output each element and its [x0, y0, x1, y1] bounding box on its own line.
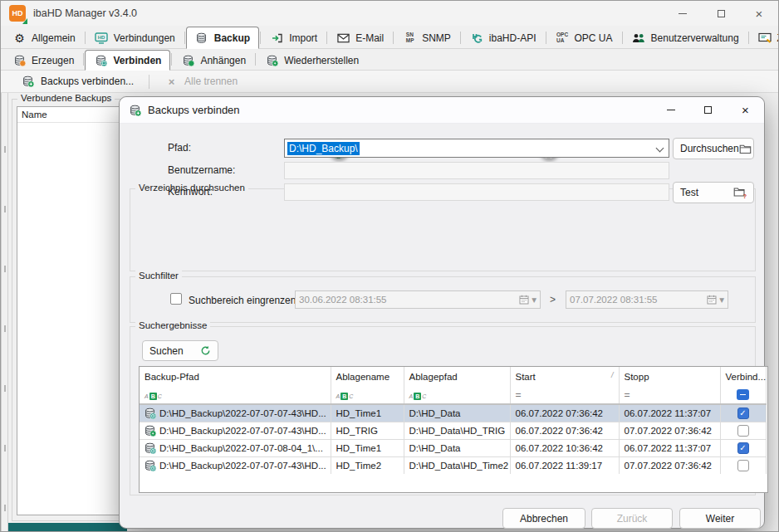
username-field[interactable] — [284, 162, 669, 179]
text-filter[interactable]: ABC — [140, 387, 331, 404]
tab-separator — [748, 32, 749, 44]
tab-erzeugen[interactable]: Erzeugen — [4, 51, 82, 70]
results-table-body: D:\HD_Backup\2022-07-07-07-43\HD... HD_T… — [140, 404, 766, 474]
chevron-down-icon[interactable] — [656, 144, 664, 153]
text-filter[interactable]: ABC — [331, 387, 404, 404]
tab-separator — [255, 53, 256, 66]
equals-filter[interactable]: = — [619, 387, 720, 404]
back-button[interactable]: Zurück — [591, 508, 673, 529]
search-filter-group: Suchfilter Suchbereich eingrenzen.: 30.0… — [130, 276, 756, 323]
connected-backups-list[interactable]: Name — [17, 106, 120, 515]
limit-range-checkbox[interactable] — [170, 293, 182, 305]
password-label: Kennwort: — [168, 186, 213, 198]
tab-separator — [546, 32, 546, 44]
table-filter-row: ABCABCABC== — [140, 387, 766, 404]
tab-wiederherstellen[interactable]: Wiederherstellen — [257, 51, 367, 70]
dialog-title: Backups verbinden — [148, 104, 240, 116]
tab-import[interactable]: Import — [262, 27, 326, 48]
database-clock-icon — [145, 460, 156, 471]
test-button[interactable]: Test ? — [673, 182, 754, 203]
calendar-icon — [707, 295, 717, 305]
dialog-minimize-button[interactable] — [652, 97, 689, 123]
name-column-header[interactable]: Name — [17, 107, 120, 123]
date-to-field[interactable]: 07.07.2022 08:31:55 ▾ — [566, 290, 728, 309]
minimize-button[interactable] — [664, 1, 702, 26]
sub-tab-bar: ErzeugenVerbindenAnhängenWiederherstelle… — [1, 49, 778, 71]
tab-opc-ua[interactable]: OPCUAOPC UA — [547, 27, 621, 48]
search-button[interactable]: Suchen — [142, 340, 218, 361]
tab-anhängen[interactable]: Anhängen — [173, 51, 254, 70]
browse-button[interactable]: Durchsuchen — [673, 138, 754, 159]
tab-snmp[interactable]: SNMPSNMP — [394, 27, 459, 48]
database-clock-icon — [145, 408, 156, 419]
table-row[interactable]: D:\HD_Backup\2022-07-07-08-04_1\... HD_T… — [140, 439, 766, 456]
username-label: Benutzername: — [168, 164, 235, 176]
path-label: Pfad: — [168, 142, 191, 154]
toolbar-backups-verbinden[interactable]: Backups verbinden... — [12, 72, 142, 91]
tab-e-mail[interactable]: E-Mail — [328, 27, 392, 48]
table-row[interactable]: D:\HD_Backup\2022-07-07-07-43\HD... HD_T… — [140, 422, 766, 439]
table-row[interactable]: D:\HD_Backup\2022-07-07-07-43\HD... HD_T… — [140, 404, 766, 422]
column-header-ablagename[interactable]: Ablagename — [331, 367, 404, 387]
tab-separator — [171, 53, 172, 66]
password-field[interactable] — [284, 183, 669, 201]
check-filter[interactable] — [720, 387, 766, 404]
next-button[interactable]: Weiter — [679, 508, 761, 529]
refresh-icon — [200, 345, 211, 356]
abc-filter-icon: ABC — [145, 393, 162, 400]
database-plus-icon — [130, 105, 141, 116]
maximize-icon — [704, 106, 712, 114]
gear-icon: ⚙ — [12, 32, 27, 45]
table-row[interactable]: D:\HD_Backup\2022-07-07-07-43\HD... HD_T… — [140, 456, 766, 474]
database-sync-icon — [145, 425, 156, 437]
dialog-close-button[interactable]: × — [727, 97, 764, 123]
equals-filter-icon: = — [625, 389, 630, 401]
hd-monitor-icon: HD — [95, 32, 109, 45]
abc-filter-icon: ABC — [409, 393, 427, 400]
text-filter[interactable]: ABC — [404, 387, 510, 404]
connect-checkbox[interactable]: ✓ — [737, 408, 749, 419]
folder-icon — [739, 144, 752, 154]
email-icon — [336, 32, 350, 45]
users-icon — [632, 32, 646, 45]
tab-verbinden[interactable]: Verbinden — [85, 50, 170, 71]
column-header-backup-pfad[interactable]: Backup-Pfad — [140, 367, 331, 387]
tab-separator — [393, 32, 394, 44]
column-header-stopp[interactable]: Stopp — [619, 367, 720, 387]
dropdown-arrow-icon[interactable]: ▾ — [532, 294, 536, 305]
tab-verbindungen[interactable]: HDVerbindungen — [86, 27, 184, 48]
tab-ibahd-api[interactable]: ibaHD-API — [462, 27, 545, 48]
date-from-field[interactable]: 30.06.2022 08:31:55 ▾ — [295, 290, 541, 309]
column-header-verbind[interactable]: Verbind... — [720, 367, 766, 387]
tab-benutzerverwaltung[interactable]: Benutzerverwaltung — [624, 27, 747, 48]
certificate-icon — [758, 32, 772, 45]
close-button[interactable]: × — [740, 1, 778, 26]
dialog-maximize-button[interactable] — [689, 97, 727, 123]
column-header-start[interactable]: Start/ — [510, 367, 619, 387]
directory-group: Verzeichnis durchsuchen — [130, 188, 756, 271]
dropdown-arrow-icon[interactable]: ▾ — [719, 294, 724, 305]
toolbar-alle-trennen[interactable]: ×Alle trennen — [156, 72, 246, 91]
folder-question-icon: ? — [733, 187, 747, 198]
app-window: HD ibaHD Manager v3.4.0 × ⚙AllgemeinHDVe… — [0, 0, 779, 532]
main-tab-bar: ⚙AllgemeinHDVerbindungenBackupImportE-Ma… — [1, 26, 778, 49]
path-combobox[interactable]: D:\HD_Backup\ — [284, 139, 669, 158]
equals-filter[interactable]: = — [510, 387, 619, 404]
column-header-ablagepfad[interactable]: Ablagepfad — [404, 367, 510, 387]
maximize-button[interactable] — [702, 1, 740, 26]
table-header-row: Backup-PfadAblagenameAblagepfadStart/Sto… — [140, 367, 766, 387]
connect-checkbox[interactable] — [737, 460, 749, 471]
path-value: D:\HD_Backup\ — [287, 142, 360, 155]
minimize-icon — [679, 13, 687, 14]
connect-checkbox[interactable]: ✓ — [737, 442, 749, 454]
connect-checkbox[interactable] — [737, 425, 749, 437]
tab-allgemein[interactable]: ⚙Allgemein — [4, 27, 84, 48]
cancel-button[interactable]: Abbrechen — [502, 508, 585, 529]
tab-separator — [326, 32, 327, 44]
tab-backup[interactable]: Backup — [186, 27, 259, 49]
tab-zertifikate[interactable]: Zertifikate — [750, 27, 779, 48]
window-title: ibaHD Manager v3.4.0 — [33, 7, 137, 19]
connect-backups-dialog: Backups verbinden × Quelle Validierung V… — [119, 96, 765, 529]
tab-separator — [85, 32, 86, 44]
panel-splitter[interactable] — [1, 93, 8, 531]
